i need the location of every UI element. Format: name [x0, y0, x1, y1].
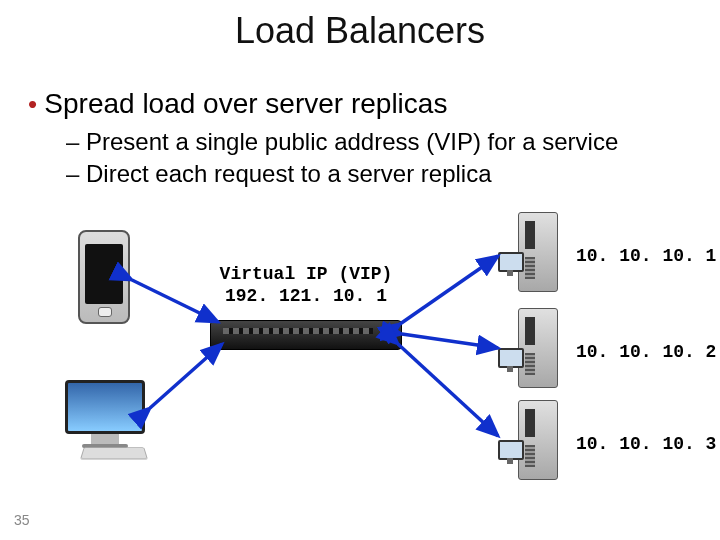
server-1-icon	[500, 212, 558, 290]
slide-title: Load Balancers	[0, 10, 720, 52]
page-number: 35	[14, 512, 30, 528]
slide: Load Balancers Spread load over server r…	[0, 0, 720, 540]
server-3-icon	[500, 400, 558, 478]
load-balancer-icon	[210, 320, 402, 350]
svg-line-1	[150, 344, 222, 408]
desktop-computer-icon	[60, 380, 150, 450]
server-3-ip: 10. 10. 10. 3	[576, 434, 716, 454]
server-1-ip: 10. 10. 10. 1	[576, 246, 716, 266]
svg-line-2	[400, 256, 498, 324]
bullet-sub-2: Direct each request to a server replica	[66, 160, 492, 188]
bullet-main: Spread load over server replicas	[28, 88, 447, 120]
bullet-sub-1: Present a single public address (VIP) fo…	[66, 128, 618, 156]
server-2-icon	[500, 308, 558, 386]
vip-label: Virtual IP (VIP) 192. 121. 10. 1	[206, 264, 406, 307]
vip-text: Virtual IP (VIP)	[220, 264, 393, 284]
server-2-ip: 10. 10. 10. 2	[576, 342, 716, 362]
svg-line-4	[398, 344, 498, 436]
vip-ip: 192. 121. 10. 1	[206, 286, 406, 308]
svg-line-3	[402, 334, 498, 348]
smartphone-icon	[78, 230, 130, 324]
